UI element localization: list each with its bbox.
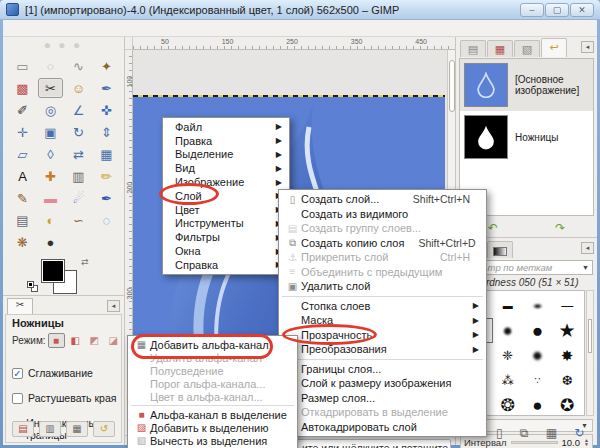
tool-button[interactable]: ▤	[10, 210, 35, 230]
brush-item[interactable]: ★	[552, 318, 582, 343]
transparency-menu-item[interactable]: Цвет в альфа-канал...	[128, 390, 297, 403]
tool-button[interactable]: ▱	[10, 144, 35, 164]
layer-menu-item[interactable]: ⊟ Размер слоя... ▶	[279, 391, 486, 406]
tool-button[interactable]: ▭	[10, 56, 35, 76]
selection-mode-button[interactable]: ◪	[105, 333, 122, 348]
tool-button[interactable]: ∽	[66, 210, 91, 230]
brush-item[interactable]: ✪	[552, 393, 582, 416]
dock-tab[interactable]: ▉	[487, 241, 513, 258]
brush-item[interactable]: ❂	[493, 393, 523, 416]
window-control-button[interactable]: ✕	[570, 3, 594, 17]
context-menu-item[interactable]: Инструменты ▶	[163, 217, 289, 231]
context-menu-item[interactable]: Вид ▶	[163, 161, 289, 175]
tool-button[interactable]: ◌	[94, 210, 119, 230]
brush-item[interactable]: ❈	[493, 343, 523, 368]
swap-colors-icon[interactable]: ⇄	[81, 257, 89, 267]
context-menu-item[interactable]: Фильтры ▶	[163, 230, 289, 244]
checkbox-box[interactable]: ✓	[12, 368, 23, 379]
undo-footer-button[interactable]: ↶	[488, 221, 498, 235]
tool-button[interactable]: ▣	[38, 122, 63, 142]
brush-item[interactable]: ●	[523, 393, 553, 416]
undo-history-item[interactable]: [Основное изображение]	[460, 59, 593, 111]
layer-menu-item[interactable]: Стопка слоев ▶	[279, 299, 486, 314]
tool-button[interactable]: ◎	[38, 100, 63, 120]
tool-button[interactable]: A	[10, 166, 35, 186]
layer-menu-item[interactable]: ⚓ Прикрепить слой Ctrl+H ▶	[279, 250, 486, 265]
brush-grid-scrollbar[interactable]	[586, 290, 594, 416]
layer-menu-item[interactable]: ⊠ Откадрировать в выделение ▶	[279, 405, 486, 420]
tool-button[interactable]: ▬	[38, 188, 63, 208]
context-menu-item[interactable]: Цвет ▶	[163, 203, 289, 217]
brush-item[interactable]: ❆	[552, 368, 582, 393]
dock-tab[interactable]: ▦	[487, 40, 513, 57]
transparency-menu-item[interactable]: ▨ Добавить к выделению	[128, 421, 297, 434]
tool-button[interactable]: ☺	[66, 78, 91, 98]
context-menu-item[interactable]: Правка ▶	[163, 134, 289, 148]
foreground-color-swatch[interactable]	[41, 259, 65, 283]
checkbox-box[interactable]: ✓	[12, 393, 23, 404]
transparency-menu-item[interactable]: ■ Альфа-канал в выделение	[128, 408, 297, 421]
window-control-button[interactable]: ▢	[545, 3, 569, 17]
brush-item[interactable]: ●	[523, 318, 553, 343]
dock-tab-menu-button[interactable]: ◂	[581, 41, 594, 53]
context-menu-item[interactable]: Файл ▶	[163, 120, 289, 134]
dock-tab[interactable]: ▤	[460, 40, 486, 57]
tool-button[interactable]: ◊	[38, 144, 63, 164]
dock-tab-menu-button[interactable]: ◂	[581, 242, 594, 254]
brush-item[interactable]: —	[552, 293, 582, 318]
brush-item[interactable]: ⁂	[493, 368, 523, 393]
tool-button[interactable]: ❋	[10, 232, 35, 252]
tool-button[interactable]: ✚	[38, 166, 63, 186]
tool-button[interactable]: ✏	[94, 166, 119, 186]
dock-tab[interactable]: ↩	[541, 38, 567, 57]
tool-options-footer-button[interactable]: ↺	[93, 421, 115, 437]
tool-options-footer-button[interactable]: ▤	[12, 421, 34, 437]
selection-mode-button[interactable]: ◧	[67, 333, 84, 348]
undo-history-item[interactable]: Ножницы	[460, 111, 593, 163]
tool-button[interactable]: ⇕	[94, 122, 119, 142]
brushes-footer-button[interactable]: ↻	[574, 426, 584, 440]
context-menu-item[interactable]: Выделение ▶	[163, 148, 289, 162]
tool-button[interactable]: ✛	[10, 122, 35, 142]
layer-menu-item[interactable]: ▤ Создать группу слоев... ▶	[279, 221, 486, 236]
dock-tab[interactable]: ▧	[514, 40, 540, 57]
tool-options-tab[interactable]: ✂	[7, 298, 33, 314]
tool-option-checkbox[interactable]: ✓ Растушевать края	[12, 392, 116, 404]
layer-menu-item[interactable]: ⊡ Слой к размеру изображения ▶	[279, 376, 486, 391]
tool-button[interactable]: ✒	[94, 78, 119, 98]
brush-item[interactable]: ∵	[523, 368, 553, 393]
tool-button[interactable]: ●	[38, 232, 63, 252]
undo-footer-button[interactable]: ↷	[555, 221, 565, 235]
selection-mode-button[interactable]: ■	[48, 333, 65, 348]
tool-button[interactable]: ✦	[94, 56, 119, 76]
tool-button[interactable]: ✂	[38, 78, 63, 98]
tool-button[interactable]: ✎	[10, 188, 35, 208]
window-control-button[interactable]: –	[520, 3, 544, 17]
brushes-footer-button[interactable]: ▯	[496, 426, 503, 440]
brushes-footer-button[interactable]: ⧉	[520, 426, 529, 440]
transparency-menu-item[interactable]: Полусведение	[128, 364, 297, 377]
layer-menu-item[interactable]: Создать из видимого ▶	[279, 207, 486, 222]
chevron-down-icon[interactable]: ▼	[582, 264, 589, 271]
context-menu-item[interactable]: Окна ▶	[163, 244, 289, 258]
toolbox-drag-area[interactable]: ● ● ●	[7, 38, 119, 53]
tool-button[interactable]: ⇄	[66, 144, 91, 164]
tool-button[interactable]: ◐	[38, 210, 63, 230]
layer-menu-item[interactable]: ⊞ Границы слоя... ▶	[279, 362, 486, 377]
scrollbar-thumb[interactable]	[588, 319, 592, 353]
tool-button[interactable]: ∿	[66, 56, 91, 76]
default-colors-icon[interactable]	[27, 281, 34, 288]
transparency-menu-item[interactable]: ▧ Вычесть из выделения	[128, 434, 297, 447]
brush-item[interactable]: ✸	[552, 343, 582, 368]
brush-item[interactable]: ▬	[493, 293, 523, 318]
tool-options-menu-button[interactable]: ◂	[107, 300, 120, 312]
tool-button[interactable]: ▩	[10, 78, 35, 98]
layer-menu-item[interactable]: ≡ Объединить с предыдущим ▶	[279, 265, 486, 280]
tool-button[interactable]: ○	[38, 56, 63, 76]
tool-button[interactable]: ↻	[66, 122, 91, 142]
layer-menu-item[interactable]: ▯ Создать слой... Shift+Ctrl+N ▶	[279, 192, 486, 207]
transparency-menu-item[interactable]: Порог альфа-канала...	[128, 377, 297, 390]
tool-button[interactable]: ▦	[94, 144, 119, 164]
tool-button[interactable]: ✒	[94, 188, 119, 208]
tool-options-footer-button[interactable]: ▦	[66, 421, 88, 437]
